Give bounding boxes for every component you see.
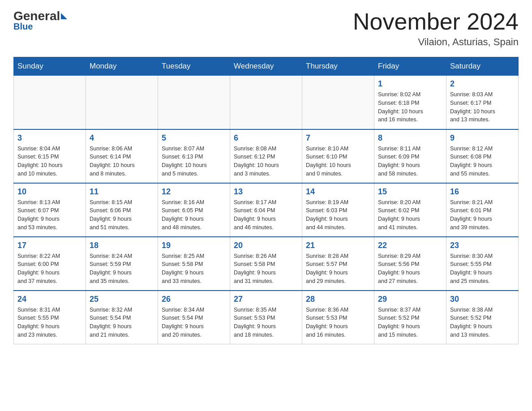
calendar-week-row: 3Sunrise: 8:04 AM Sunset: 6:15 PM Daylig… [14,129,519,183]
calendar-cell: 2Sunrise: 8:03 AM Sunset: 6:17 PM Daylig… [446,76,519,129]
day-info: Sunrise: 8:13 AM Sunset: 6:07 PM Dayligh… [17,198,82,232]
day-number: 6 [234,133,298,143]
calendar-cell [302,76,374,129]
day-number: 25 [90,295,154,304]
day-number: 11 [90,187,154,197]
calendar-cell: 9Sunrise: 8:12 AM Sunset: 6:08 PM Daylig… [446,129,519,183]
day-info: Sunrise: 8:26 AM Sunset: 5:58 PM Dayligh… [234,252,298,286]
day-info: Sunrise: 8:36 AM Sunset: 5:53 PM Dayligh… [306,306,370,339]
day-info: Sunrise: 8:32 AM Sunset: 5:54 PM Dayligh… [90,306,154,339]
day-of-week-header: Thursday [302,57,374,76]
day-number: 20 [234,241,298,250]
calendar-week-row: 24Sunrise: 8:31 AM Sunset: 5:55 PM Dayli… [14,291,519,344]
day-number: 5 [162,133,226,143]
day-info: Sunrise: 8:02 AM Sunset: 6:18 PM Dayligh… [378,90,442,124]
calendar-week-row: 1Sunrise: 8:02 AM Sunset: 6:18 PM Daylig… [14,76,519,129]
calendar-cell [230,76,302,129]
calendar-cell: 19Sunrise: 8:25 AM Sunset: 5:58 PM Dayli… [158,237,230,291]
calendar-cell: 24Sunrise: 8:31 AM Sunset: 5:55 PM Dayli… [14,291,86,344]
day-info: Sunrise: 8:24 AM Sunset: 5:59 PM Dayligh… [90,252,154,286]
day-info: Sunrise: 8:25 AM Sunset: 5:58 PM Dayligh… [162,252,226,286]
calendar-cell: 11Sunrise: 8:15 AM Sunset: 6:06 PM Dayli… [86,183,158,237]
calendar-cell: 15Sunrise: 8:20 AM Sunset: 6:02 PM Dayli… [374,183,446,237]
day-info: Sunrise: 8:15 AM Sunset: 6:06 PM Dayligh… [90,198,154,232]
calendar-cell: 13Sunrise: 8:17 AM Sunset: 6:04 PM Dayli… [230,183,302,237]
calendar-cell: 6Sunrise: 8:08 AM Sunset: 6:12 PM Daylig… [230,129,302,183]
day-info: Sunrise: 8:03 AM Sunset: 6:17 PM Dayligh… [450,90,515,124]
day-info: Sunrise: 8:38 AM Sunset: 5:52 PM Dayligh… [450,306,515,339]
logo-arrow-icon [61,13,67,19]
day-info: Sunrise: 8:19 AM Sunset: 6:03 PM Dayligh… [306,198,370,232]
day-info: Sunrise: 8:22 AM Sunset: 6:00 PM Dayligh… [17,252,82,286]
calendar-cell: 16Sunrise: 8:21 AM Sunset: 6:01 PM Dayli… [446,183,519,237]
day-of-week-header: Wednesday [230,57,302,76]
calendar-table: SundayMondayTuesdayWednesdayThursdayFrid… [13,57,519,344]
day-number: 24 [17,295,82,304]
day-number: 10 [17,187,82,197]
day-number: 4 [90,133,154,143]
location-title: Vilaion, Asturias, Spain [353,36,519,48]
logo: General Blue [13,9,68,32]
day-number: 22 [378,241,442,250]
day-of-week-header: Monday [86,57,158,76]
day-info: Sunrise: 8:11 AM Sunset: 6:09 PM Dayligh… [378,145,442,178]
calendar-cell: 8Sunrise: 8:11 AM Sunset: 6:09 PM Daylig… [374,129,446,183]
calendar-cell: 27Sunrise: 8:35 AM Sunset: 5:53 PM Dayli… [230,291,302,344]
day-info: Sunrise: 8:30 AM Sunset: 5:55 PM Dayligh… [450,252,515,286]
calendar-week-row: 17Sunrise: 8:22 AM Sunset: 6:00 PM Dayli… [14,237,519,291]
calendar-week-row: 10Sunrise: 8:13 AM Sunset: 6:07 PM Dayli… [14,183,519,237]
calendar-cell: 1Sunrise: 8:02 AM Sunset: 6:18 PM Daylig… [374,76,446,129]
day-number: 12 [162,187,226,197]
day-info: Sunrise: 8:12 AM Sunset: 6:08 PM Dayligh… [450,145,515,178]
day-info: Sunrise: 8:37 AM Sunset: 5:52 PM Dayligh… [378,306,442,339]
day-info: Sunrise: 8:31 AM Sunset: 5:55 PM Dayligh… [17,306,82,339]
day-number: 8 [378,133,442,143]
calendar-header-row: SundayMondayTuesdayWednesdayThursdayFrid… [14,57,519,76]
day-number: 1 [378,79,442,89]
title-area: November 2024 Vilaion, Asturias, Spain [353,9,519,48]
day-number: 15 [378,187,442,197]
day-info: Sunrise: 8:35 AM Sunset: 5:53 PM Dayligh… [234,306,298,339]
calendar-cell: 3Sunrise: 8:04 AM Sunset: 6:15 PM Daylig… [14,129,86,183]
calendar-cell: 7Sunrise: 8:10 AM Sunset: 6:10 PM Daylig… [302,129,374,183]
calendar-cell: 18Sunrise: 8:24 AM Sunset: 5:59 PM Dayli… [86,237,158,291]
day-number: 14 [306,187,370,197]
day-number: 18 [90,241,154,250]
calendar-cell: 14Sunrise: 8:19 AM Sunset: 6:03 PM Dayli… [302,183,374,237]
day-info: Sunrise: 8:20 AM Sunset: 6:02 PM Dayligh… [378,198,442,232]
day-of-week-header: Sunday [14,57,86,76]
day-number: 17 [17,241,82,250]
calendar-cell: 4Sunrise: 8:06 AM Sunset: 6:14 PM Daylig… [86,129,158,183]
day-number: 9 [450,133,515,143]
day-info: Sunrise: 8:08 AM Sunset: 6:12 PM Dayligh… [234,145,298,178]
day-info: Sunrise: 8:21 AM Sunset: 6:01 PM Dayligh… [450,198,515,232]
day-info: Sunrise: 8:07 AM Sunset: 6:13 PM Dayligh… [162,145,226,178]
day-number: 21 [306,241,370,250]
day-number: 3 [17,133,82,143]
calendar-cell: 28Sunrise: 8:36 AM Sunset: 5:53 PM Dayli… [302,291,374,344]
day-number: 16 [450,187,515,197]
calendar-cell: 23Sunrise: 8:30 AM Sunset: 5:55 PM Dayli… [446,237,519,291]
calendar-cell: 21Sunrise: 8:28 AM Sunset: 5:57 PM Dayli… [302,237,374,291]
day-number: 19 [162,241,226,250]
day-number: 23 [450,241,515,250]
calendar-cell: 29Sunrise: 8:37 AM Sunset: 5:52 PM Dayli… [374,291,446,344]
calendar-cell: 20Sunrise: 8:26 AM Sunset: 5:58 PM Dayli… [230,237,302,291]
calendar-cell [158,76,230,129]
page-header: General Blue November 2024 Vilaion, Astu… [13,9,519,48]
calendar-cell: 5Sunrise: 8:07 AM Sunset: 6:13 PM Daylig… [158,129,230,183]
calendar-cell [14,76,86,129]
day-info: Sunrise: 8:10 AM Sunset: 6:10 PM Dayligh… [306,145,370,178]
calendar-cell: 17Sunrise: 8:22 AM Sunset: 6:00 PM Dayli… [14,237,86,291]
day-of-week-header: Saturday [446,57,519,76]
day-number: 30 [450,295,515,304]
day-number: 2 [450,79,515,89]
day-info: Sunrise: 8:16 AM Sunset: 6:05 PM Dayligh… [162,198,226,232]
day-info: Sunrise: 8:28 AM Sunset: 5:57 PM Dayligh… [306,252,370,286]
day-info: Sunrise: 8:17 AM Sunset: 6:04 PM Dayligh… [234,198,298,232]
day-info: Sunrise: 8:34 AM Sunset: 5:54 PM Dayligh… [162,306,226,339]
day-number: 13 [234,187,298,197]
day-info: Sunrise: 8:06 AM Sunset: 6:14 PM Dayligh… [90,145,154,178]
calendar-cell: 30Sunrise: 8:38 AM Sunset: 5:52 PM Dayli… [446,291,519,344]
calendar-cell: 10Sunrise: 8:13 AM Sunset: 6:07 PM Dayli… [14,183,86,237]
